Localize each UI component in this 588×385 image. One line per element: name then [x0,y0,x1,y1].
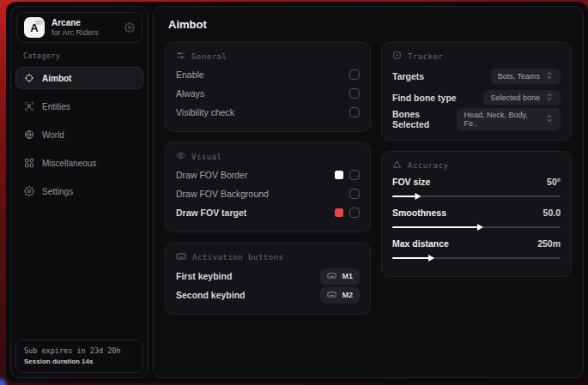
smoothness-slider[interactable] [392,226,561,228]
setting-row-fov-background: Draw FOV Background [176,184,360,203]
sliders-icon [176,51,185,62]
setting-row-always: Always [176,84,360,103]
second-keybind-button[interactable]: M2 [320,287,360,304]
subscription-card: Sub expires in 23d 20h Session duration … [15,340,143,373]
max-distance-value: 250m [537,238,561,249]
sidebar-item-entities[interactable]: Entities [15,95,143,117]
sidebar-nav: Aimbot Entities World Miscellaneous [11,67,148,202]
general-card: General Enable Always Visibility check [165,42,371,132]
square-dot-icon [392,51,402,62]
tracker-card: Tracker Targets Bots, Teams Find bone ty… [381,42,572,141]
sidebar-item-label: Miscellaneous [42,159,96,168]
setting-row-targets: Targets Bots, Teams [392,65,561,87]
brand-subtitle: for Arc Riders [52,28,99,37]
brand-name: Arcane [52,18,99,27]
fov-size-value: 50° [547,177,561,187]
entities-scan-icon [24,101,34,111]
brand-logo-letter: A [30,21,38,34]
grid-icon [24,158,34,168]
sidebar-item-world[interactable]: World [15,123,143,146]
sidebar-item-aimbot[interactable]: Aimbot [15,67,143,89]
slider-thumb[interactable] [428,255,434,262]
setting-row-bones-selected: Bones Selected Head, Neck, Body, Fe.. [392,108,561,130]
setting-row-find-bone-type: Find bone type Selected bone [392,87,561,108]
sidebar-item-label: Aimbot [42,74,71,83]
setting-row-second-keybind: Second keybind M2 [176,286,360,304]
gear-icon [24,186,34,196]
fov-background-checkbox[interactable] [349,189,360,199]
card-title: Accuracy [408,161,448,170]
chevrons-up-down-icon [545,93,554,103]
session-duration-text: Session duration 14s [24,358,135,365]
enable-checkbox[interactable] [349,69,360,80]
setting-row-first-keybind: First keybind M1 [176,267,360,286]
keybind-value: M2 [342,291,353,299]
brand-logo: A [24,17,45,38]
max-distance-slider[interactable] [392,257,561,259]
chevrons-up-down-icon [545,114,554,124]
setting-row-visibility-check: Visibility check [176,103,360,122]
brand-card: A Arcane for Arc Riders [16,12,142,43]
keyboard-icon [327,271,336,282]
setting-row-fov-size: FOV size 50° [392,174,561,197]
sidebar-item-label: Entities [42,102,70,111]
keybind-value: M1 [342,272,353,280]
category-label: Category [23,52,148,60]
sidebar-item-settings[interactable]: Settings [15,180,143,202]
fov-border-checkbox[interactable] [349,170,360,180]
fov-target-color-swatch[interactable] [335,208,343,217]
app-window: A Arcane for Arc Riders Category Aimbot [6,2,588,382]
find-bone-type-dropdown[interactable]: Selected bone [483,90,561,105]
slider-thumb[interactable] [477,224,483,231]
card-title: Visual [191,153,222,161]
sidebar-item-miscellaneous[interactable]: Miscellaneous [15,152,143,174]
sidebar-item-label: World [42,130,64,140]
dropdown-value: Bots, Teams [498,72,540,81]
visibility-check-checkbox[interactable] [349,107,360,117]
sub-expires-text: Sub expires in 23d 20h [24,346,135,355]
card-title: Tracker [408,52,443,61]
setting-row-enable: Enable [176,65,360,84]
brand-text: Arcane for Arc Riders [52,18,99,37]
targets-dropdown[interactable]: Bots, Teams [491,69,561,84]
triangle-icon [392,159,402,171]
sidebar-item-label: Settings [42,187,73,196]
keyboard-icon [176,251,186,263]
slider-thumb[interactable] [415,193,421,200]
page-title: Aimbot [168,18,572,31]
fov-size-slider[interactable] [392,196,561,197]
chevrons-up-down-icon [545,71,554,81]
keyboard-icon [327,290,336,301]
always-checkbox[interactable] [349,88,360,99]
bones-selected-dropdown[interactable]: Head, Neck, Body, Fe.. [457,108,561,130]
crosshair-icon [24,73,34,83]
visual-card: Visual Draw FOV Border Draw FOV Backgrou… [165,142,371,232]
eye-icon [176,151,185,162]
main-panel: Aimbot General Enable Alw [153,6,584,378]
activation-card: Activation buttons First keybind M1 Seco… [165,243,371,315]
setting-row-max-distance: Max distance 250m [392,236,561,259]
card-title: General [191,52,227,61]
gear-icon[interactable] [124,22,135,33]
card-title: Activation buttons [192,253,284,262]
dropdown-value: Selected bone [490,93,540,102]
fov-border-color-swatch[interactable] [335,171,343,179]
smoothness-value: 50.0 [543,208,561,218]
dropdown-value: Head, Neck, Body, Fe.. [464,111,540,128]
first-keybind-button[interactable]: M1 [320,268,360,285]
fov-target-checkbox[interactable] [349,208,360,218]
accuracy-card: Accuracy FOV size 50° Smoothness [381,151,572,277]
setting-row-fov-border: Draw FOV Border [176,165,360,184]
globe-icon [24,129,34,140]
setting-row-smoothness: Smoothness 50.0 [392,205,561,228]
sidebar: A Arcane for Arc Riders Category Aimbot [10,6,149,378]
setting-row-fov-target: Draw FOV target [176,203,360,222]
